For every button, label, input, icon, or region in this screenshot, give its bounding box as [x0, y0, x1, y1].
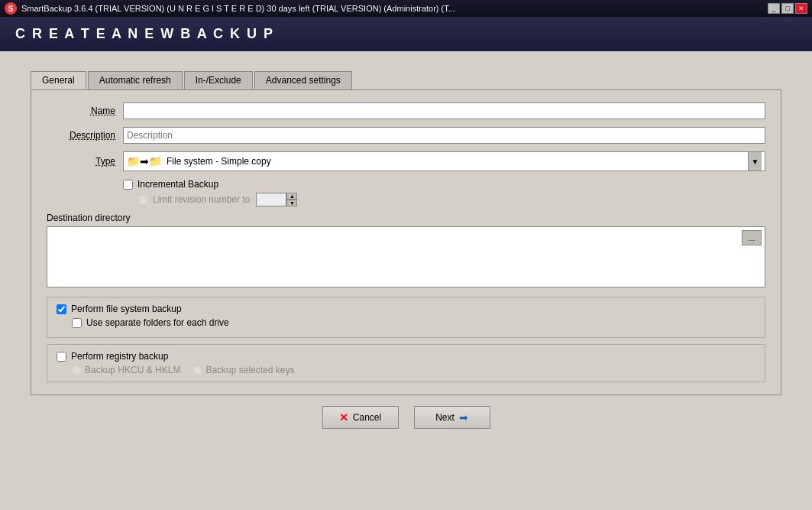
description-input[interactable] — [123, 127, 765, 144]
folder-copy-icon: 📁➡📁 — [127, 155, 162, 167]
name-row: Name — [47, 102, 765, 119]
type-label: Type — [47, 156, 115, 167]
tab-in-exclude[interactable]: In-/Exclude — [184, 71, 253, 89]
spinbox-down-button[interactable]: ▼ — [286, 200, 297, 206]
perform-registry-label: Perform registry backup — [71, 351, 168, 362]
incremental-section: Incremental Backup Limit revision number… — [123, 179, 765, 206]
destination-box: ... — [47, 226, 765, 287]
perform-filesystem-checkbox[interactable] — [57, 304, 66, 314]
destination-label: Destination directory — [47, 213, 765, 223]
window-header: C r e a t e a n e w b a c k u p — [0, 17, 812, 51]
revision-number-input[interactable]: 2 — [256, 193, 286, 206]
maximize-button[interactable]: □ — [781, 3, 794, 14]
tab-bar: General Automatic refresh In-/Exclude Ad… — [31, 71, 781, 89]
tab-general[interactable]: General — [31, 71, 86, 89]
next-label: Next — [435, 412, 455, 423]
tab-automatic-refresh[interactable]: Automatic refresh — [88, 71, 183, 89]
cancel-label: Cancel — [353, 412, 381, 423]
description-row: Description — [47, 127, 765, 144]
revision-spinbox: 2 ▲ ▼ — [256, 193, 297, 206]
backup-selected-radio[interactable] — [192, 365, 202, 375]
spinbox-up-button[interactable]: ▲ — [286, 193, 297, 200]
incremental-backup-label: Incremental Backup — [137, 179, 218, 190]
incremental-backup-row: Incremental Backup — [123, 179, 765, 190]
name-label: Name — [47, 106, 115, 116]
separate-folders-label: Use separate folders for each drive — [86, 317, 229, 328]
app-icon: S — [5, 2, 17, 15]
tab-advanced-settings[interactable]: Advanced settings — [254, 71, 352, 89]
backup-hkcu-radio[interactable] — [72, 365, 82, 375]
content-area: General Automatic refresh In-/Exclude Ad… — [0, 51, 812, 510]
next-icon: ➡ — [459, 411, 468, 424]
window-title: C r e a t e a n e w b a c k u p — [15, 26, 274, 41]
separate-folders-row: Use separate folders for each drive — [72, 317, 755, 328]
destination-browse-button[interactable]: ... — [742, 230, 762, 245]
file-system-backup-section: Perform file system backup Use separate … — [47, 297, 765, 338]
description-label: Description — [47, 130, 115, 141]
button-bar: ✕ Cancel Next ➡ — [15, 395, 797, 440]
backup-selected-item: Backup selected keys — [192, 365, 294, 375]
limit-revision-checkbox[interactable] — [138, 195, 148, 205]
main-window: C r e a t e a n e w b a c k u p General … — [0, 17, 812, 510]
registry-radio-row: Backup HKCU & HKLM Backup selected keys — [72, 365, 755, 375]
next-button[interactable]: Next ➡ — [414, 406, 490, 429]
type-row: Type 📁➡📁 File system - Simple copy ▼ — [47, 151, 765, 171]
perform-registry-row: Perform registry backup — [57, 351, 755, 362]
type-dropdown[interactable]: 📁➡📁 File system - Simple copy ▼ — [123, 151, 765, 171]
panel-content: Name Description Type 📁➡📁 File system - … — [31, 89, 781, 395]
perform-registry-checkbox[interactable] — [57, 352, 66, 362]
cancel-icon: ✕ — [339, 411, 348, 424]
window-controls: _ □ ✕ — [768, 3, 807, 14]
minimize-button[interactable]: _ — [768, 3, 780, 14]
limit-revision-label: Limit revision number to — [153, 194, 250, 205]
destination-section: Destination directory ... — [47, 213, 765, 287]
perform-filesystem-label: Perform file system backup — [71, 304, 182, 314]
name-input[interactable] — [123, 102, 765, 119]
title-bar-text: SmartBackup 3.6.4 (TRIAL VERSION) (U N R… — [21, 4, 768, 13]
spinbox-buttons: ▲ ▼ — [286, 193, 297, 206]
type-dropdown-value: File system - Simple copy — [167, 156, 748, 167]
backup-hkcu-item: Backup HKCU & HKLM — [72, 365, 180, 375]
dropdown-arrow-icon[interactable]: ▼ — [748, 152, 762, 171]
incremental-backup-checkbox[interactable] — [123, 180, 133, 190]
separate-folders-checkbox[interactable] — [72, 318, 82, 328]
backup-hkcu-label: Backup HKCU & HKLM — [85, 365, 180, 375]
registry-backup-section: Perform registry backup Backup HKCU & HK… — [47, 344, 765, 382]
close-button[interactable]: ✕ — [795, 3, 807, 14]
perform-filesystem-row: Perform file system backup — [57, 304, 755, 314]
cancel-button[interactable]: ✕ Cancel — [322, 406, 399, 429]
title-bar: S SmartBackup 3.6.4 (TRIAL VERSION) (U N… — [0, 0, 812, 17]
limit-revision-row: Limit revision number to 2 ▲ ▼ — [138, 193, 765, 206]
backup-selected-label: Backup selected keys — [205, 365, 294, 375]
